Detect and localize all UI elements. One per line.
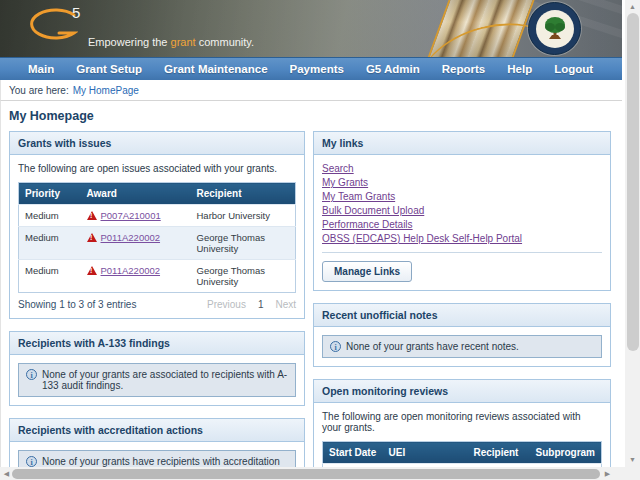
panel-grants-with-issues-title: Grants with issues	[10, 132, 304, 155]
recent-notes-info-message: i None of your grants have recent notes.	[322, 335, 602, 358]
g5-logo: 5 Empowering the grant community.	[26, 6, 276, 54]
table-row: Medium P007A210001 Harbor University	[19, 205, 296, 227]
manage-links-button[interactable]: Manage Links	[322, 261, 412, 282]
my-links-list: Search My Grants My Team Grants Bulk Doc…	[322, 163, 602, 253]
scrollbar-corner	[622, 467, 640, 480]
warning-icon	[87, 266, 97, 275]
nav-logout[interactable]: Logout	[543, 63, 604, 75]
nav-grant-setup[interactable]: Grant Setup	[65, 63, 153, 75]
priority-cell: Medium	[19, 260, 81, 293]
panel-recent-unofficial-notes: Recent unofficial notes i None of your g…	[313, 303, 611, 367]
col-subprogram: Subprogram	[530, 442, 602, 464]
seal-tree-icon	[542, 15, 568, 43]
monitoring-description: The following are open monitoring review…	[322, 411, 602, 433]
link-my-team-grants[interactable]: My Team Grants	[322, 191, 395, 202]
col-recipient: Recipient	[191, 183, 296, 205]
recipient-cell: George Thomas University	[191, 260, 296, 293]
panel-grants-with-issues: Grants with issues The following are ope…	[9, 131, 305, 319]
previous-page-button[interactable]: Previous	[207, 299, 246, 310]
link-obss-help-desk[interactable]: OBSS (EDCAPS) Help Desk Self-Help Portal	[322, 233, 522, 244]
table-row: Medium P011A220002 George Thomas Univers…	[19, 227, 296, 260]
tagline: Empowering the grant community.	[88, 36, 254, 48]
panel-a133-findings: Recipients with A-133 findings i None of…	[9, 331, 305, 406]
a133-message-text: None of your grants are associated to re…	[42, 369, 288, 391]
award-link[interactable]: P011A220002	[101, 265, 161, 276]
award-link[interactable]: P007A210001	[101, 210, 161, 221]
col-uei: UEI	[383, 442, 468, 464]
horizontal-scrollbar[interactable]: ◀ ▶	[0, 467, 622, 480]
tagline-highlight: grant	[171, 36, 196, 48]
recipient-cell: George Thomas University	[191, 227, 296, 260]
panel-my-links: My links Search My Grants My Team Grants…	[313, 131, 611, 291]
left-column: Grants with issues The following are ope…	[9, 131, 305, 480]
entries-summary: Showing 1 to 3 of 3 entries	[18, 299, 195, 310]
tagline-suffix: community.	[196, 36, 254, 48]
grants-issues-pager: Showing 1 to 3 of 3 entries Previous 1 N…	[18, 299, 296, 310]
info-icon: i	[26, 456, 37, 467]
vertical-scrollbar[interactable]: ▲ ▼	[625, 0, 640, 467]
link-performance-details[interactable]: Performance Details	[322, 219, 413, 230]
nav-g5-admin[interactable]: G5 Admin	[355, 63, 431, 75]
grants-issues-description: The following are open issues associated…	[18, 163, 296, 174]
vertical-scrollbar-thumb[interactable]	[627, 13, 639, 351]
g5-logo-five: 5	[72, 4, 80, 21]
breadcrumb-prefix: You are here:	[9, 85, 69, 96]
panel-a133-title: Recipients with A-133 findings	[10, 332, 304, 355]
breadcrumb: You are here: My HomePage	[0, 80, 622, 101]
nav-help[interactable]: Help	[496, 63, 543, 75]
g5-logo-g-icon	[26, 8, 78, 44]
link-my-grants[interactable]: My Grants	[322, 177, 368, 188]
scroll-down-arrow-icon[interactable]: ▼	[625, 453, 640, 467]
seal-inner-circle	[536, 10, 574, 48]
g5-application-window: 5 Empowering the grant community. Main G…	[0, 0, 640, 480]
recent-notes-message-text: None of your grants have recent notes.	[346, 341, 519, 352]
link-search[interactable]: Search	[322, 163, 354, 174]
col-recipient: Recipient	[467, 442, 529, 464]
recipient-cell: Harbor University	[191, 205, 296, 227]
warning-icon	[87, 211, 97, 220]
department-of-education-seal	[528, 2, 581, 55]
panel-recent-notes-title: Recent unofficial notes	[314, 304, 610, 327]
nav-reports[interactable]: Reports	[431, 63, 496, 75]
scroll-right-arrow-icon[interactable]: ▶	[601, 467, 614, 480]
page-title: My Homepage	[9, 109, 622, 123]
main-navigation: Main Grant Setup Grant Maintenance Payme…	[0, 57, 622, 80]
panel-accreditation-title: Recipients with accreditation actions	[10, 419, 304, 442]
horizontal-scrollbar-thumb[interactable]	[12, 469, 600, 479]
nav-main[interactable]: Main	[17, 63, 65, 75]
scroll-up-arrow-icon[interactable]: ▲	[625, 0, 640, 14]
panel-my-links-title: My links	[314, 132, 610, 155]
tagline-prefix: Empowering the	[88, 36, 171, 48]
warning-icon	[87, 233, 97, 242]
table-row: Medium P011A220002 George Thomas Univers…	[19, 260, 296, 293]
priority-cell: Medium	[19, 227, 81, 260]
info-icon: i	[26, 369, 37, 380]
nav-grant-maintenance[interactable]: Grant Maintenance	[153, 63, 279, 75]
next-page-button[interactable]: Next	[275, 299, 296, 310]
priority-cell: Medium	[19, 205, 81, 227]
a133-info-message: i None of your grants are associated to …	[18, 363, 296, 397]
right-column: My links Search My Grants My Team Grants…	[313, 131, 611, 480]
panel-monitoring-title: Open monitoring reviews	[314, 380, 610, 403]
header-banner: 5 Empowering the grant community.	[0, 0, 622, 57]
info-icon: i	[330, 341, 341, 352]
col-priority: Priority	[19, 183, 81, 205]
main-content: My Homepage Grants with issues The follo…	[0, 101, 622, 480]
nav-payments[interactable]: Payments	[279, 63, 355, 75]
grants-issues-table: Priority Award Recipient Medium P007A210…	[18, 182, 296, 293]
award-link[interactable]: P011A220002	[101, 232, 161, 243]
panel-open-monitoring-reviews: Open monitoring reviews The following ar…	[313, 379, 611, 480]
link-bulk-document-upload[interactable]: Bulk Document Upload	[322, 205, 424, 216]
page-number-button[interactable]: 1	[258, 299, 264, 310]
col-award: Award	[81, 183, 191, 205]
breadcrumb-current-link[interactable]: My HomePage	[73, 85, 139, 96]
col-start-date: Start Date	[323, 442, 383, 464]
